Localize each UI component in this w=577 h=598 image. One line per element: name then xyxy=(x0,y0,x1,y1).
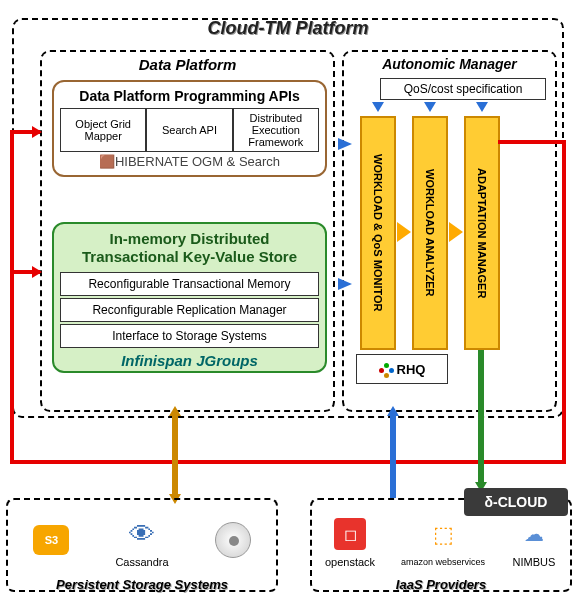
arrow-icon xyxy=(387,406,399,416)
cassandra-icon: 👁 xyxy=(119,514,165,554)
kv-tech: Infinispan JGroups xyxy=(60,350,319,369)
green-line xyxy=(478,350,484,486)
aws-label: amazon webservices xyxy=(401,557,485,567)
col-adaptation: ADAPTATION MANAGER xyxy=(464,116,500,350)
api-cell-ogm: Object Grid Mapper xyxy=(60,108,146,152)
arrow-icon xyxy=(338,278,352,290)
s3-icon: S3 xyxy=(33,525,69,555)
nimbus-icon: ☁ xyxy=(511,514,557,554)
persistent-storage: S3 S3 👁 Cassandra Persistent Storage Sys… xyxy=(6,498,278,592)
api-row: Object Grid Mapper Search API Distribute… xyxy=(60,108,319,152)
rhq-text: RHQ xyxy=(397,362,426,377)
col-analyzer: WORKLOAD ANALYZER xyxy=(412,116,448,350)
openstack-logo: ◻ openstack xyxy=(325,514,375,568)
blue-line xyxy=(390,414,396,498)
outer-title: Cloud-TM Platform xyxy=(14,18,562,39)
data-platform: Data Platform Data Platform Programming … xyxy=(40,50,335,412)
kv-header: In-memory Distributed Transactional Key-… xyxy=(60,230,319,266)
kv-row-rtm: Reconfigurable Transactional Memory xyxy=(60,272,319,296)
iaas-providers: δ-CLOUD ◻ openstack ⬚ amazon webservices… xyxy=(310,498,572,592)
col-monitor: WORKLOAD & QoS MONITOR xyxy=(360,116,396,350)
rhq-label: RHQ xyxy=(356,354,448,384)
cassandra-label: Cassandra xyxy=(115,556,168,568)
arrow-icon xyxy=(169,406,181,416)
arrow-icon xyxy=(338,138,352,150)
data-platform-title: Data Platform xyxy=(42,52,333,73)
orange-line xyxy=(172,414,178,498)
arrow-icon xyxy=(449,222,463,242)
arrow-icon xyxy=(397,222,411,242)
cassandra-logo: 👁 Cassandra xyxy=(115,514,168,568)
red-line xyxy=(498,140,566,144)
rhq-icon xyxy=(379,363,395,379)
arrow-icon xyxy=(424,102,436,112)
s3-logo: S3 S3 xyxy=(28,520,74,562)
iaas-title: IaaS Providers xyxy=(312,577,570,592)
kv-row-iss: Interface to Storage Systems xyxy=(60,324,319,348)
storage-logos: S3 S3 👁 Cassandra xyxy=(8,500,276,568)
disk-logo xyxy=(210,520,256,562)
red-line xyxy=(562,140,566,464)
autonomic-manager: Autonomic Manager QoS/cost specification… xyxy=(342,50,557,412)
nimbus-logo: ☁ NIMBUS xyxy=(511,514,557,568)
arrow-icon xyxy=(476,102,488,112)
kv-store: In-memory Distributed Transactional Key-… xyxy=(52,222,327,373)
api-header: Data Platform Programming APIs xyxy=(60,88,319,104)
api-cell-search: Search API xyxy=(146,108,232,152)
arrow-icon xyxy=(372,102,384,112)
openstack-icon: ◻ xyxy=(334,518,366,550)
arrow-icon xyxy=(32,266,42,278)
aws-icon: ⬚ xyxy=(420,515,466,555)
kv-row-rrm: Reconfigurable Replication Manager xyxy=(60,298,319,322)
api-cell-exec: Distributed Execution Framework xyxy=(233,108,319,152)
api-tech: 🟫HIBERNATE OGM & Search xyxy=(60,152,319,169)
aws-logo: ⬚ amazon webservices xyxy=(401,515,485,567)
deltacloud: δ-CLOUD xyxy=(464,488,568,516)
qos-spec: QoS/cost specification xyxy=(380,78,546,100)
arrow-icon xyxy=(32,126,42,138)
nimbus-label: NIMBUS xyxy=(511,556,557,568)
openstack-label: openstack xyxy=(325,556,375,568)
am-title: Autonomic Manager xyxy=(344,52,555,72)
red-line xyxy=(10,130,14,460)
api-tech-label: HIBERNATE OGM & Search xyxy=(115,154,280,169)
storage-title: Persistent Storage Systems xyxy=(8,577,276,592)
api-box: Data Platform Programming APIs Object Gr… xyxy=(52,80,327,177)
disk-icon xyxy=(215,522,251,558)
